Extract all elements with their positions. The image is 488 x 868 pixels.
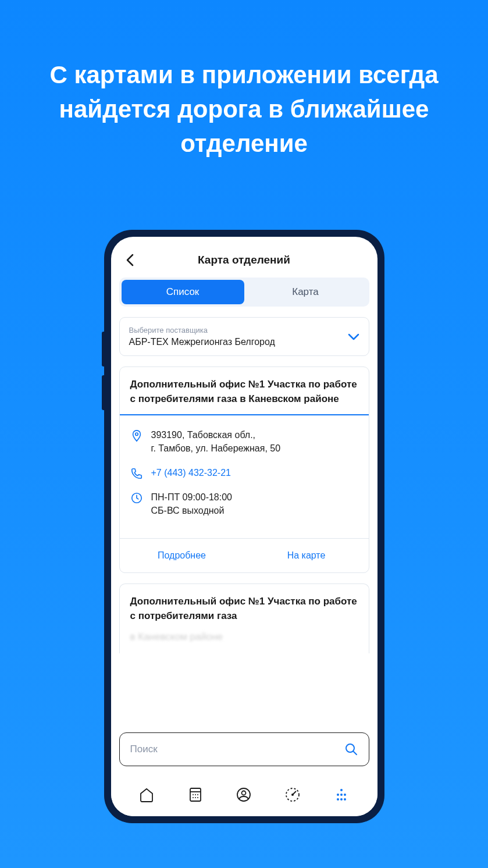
svg-point-19	[344, 794, 346, 796]
nav-meter[interactable]	[283, 785, 302, 804]
location-icon	[130, 429, 143, 442]
svg-point-8	[193, 797, 194, 798]
bottom-nav	[111, 773, 377, 816]
svg-point-17	[337, 794, 339, 796]
svg-point-18	[340, 794, 343, 796]
hours-line1: ПН-ПТ 09:00-18:00	[151, 492, 233, 502]
svg-point-12	[242, 791, 246, 795]
promo-headline: С картами в приложении всегда найдется д…	[0, 0, 488, 161]
search-bar[interactable]: Поиск	[119, 732, 369, 766]
branch-faded-text: в Каневском районе	[120, 631, 369, 653]
svg-point-16	[340, 789, 343, 791]
gauge-icon	[284, 787, 301, 803]
svg-point-7	[197, 794, 198, 795]
segmented-control: Список Карта	[119, 278, 369, 307]
home-icon	[138, 787, 155, 803]
svg-point-6	[195, 794, 196, 795]
phone-number: +7 (443) 432-32-21	[151, 466, 231, 479]
tab-list[interactable]: Список	[122, 280, 244, 304]
phone-icon	[130, 467, 143, 480]
branch-card: Дополнительный офис №1 Участка по работе…	[119, 367, 369, 573]
svg-point-22	[344, 798, 346, 801]
chevron-down-icon	[348, 333, 359, 340]
hours-line2: СБ-ВС выходной	[151, 506, 225, 515]
svg-point-0	[135, 433, 138, 436]
provider-dropdown[interactable]: Выберите поставщика АБР-ТЕХ Межрегионгаз…	[119, 317, 369, 356]
nav-profile[interactable]	[234, 785, 253, 804]
provider-value: АБР-ТЕХ Межрегионгаз Белгород	[129, 337, 348, 347]
address-line1: 393190, Табовская обл.,	[151, 430, 256, 440]
svg-point-21	[340, 798, 343, 801]
clock-icon	[130, 492, 143, 504]
page-title: Карта отделений	[123, 254, 366, 266]
phone-screen: Карта отделений Список Карта Выберите по…	[111, 237, 377, 816]
svg-point-9	[195, 797, 196, 798]
search-icon	[344, 742, 358, 756]
profile-icon	[236, 787, 252, 803]
phone-row[interactable]: +7 (443) 432-32-21	[130, 466, 358, 480]
hours-row: ПН-ПТ 09:00-18:00 СБ-ВС выходной	[130, 490, 358, 517]
app-header: Карта отделений	[111, 237, 377, 278]
search-placeholder: Поиск	[130, 744, 158, 755]
branch-title-2: Дополнительный офис №1 Участка по работе…	[120, 584, 369, 631]
svg-point-5	[193, 794, 194, 795]
provider-label: Выберите поставщика	[129, 326, 348, 335]
more-icon	[333, 787, 350, 803]
calculator-icon	[187, 787, 204, 803]
svg-point-10	[197, 797, 198, 798]
branch-card-2: Дополнительный офис №1 Участка по работе…	[119, 584, 369, 653]
address-row: 393190, Табовская обл., г. Тамбов, ул. Н…	[130, 428, 358, 455]
svg-point-20	[337, 798, 339, 801]
on-map-button[interactable]: На карте	[244, 539, 369, 572]
nav-more[interactable]	[332, 785, 351, 804]
svg-line-15	[293, 791, 296, 795]
address-line2: г. Тамбов, ул. Набережная, 50	[151, 443, 281, 453]
branch-title: Дополнительный офис №1 Участка по работе…	[120, 367, 369, 415]
phone-frame: Карта отделений Список Карта Выберите по…	[104, 230, 384, 823]
nav-calculator[interactable]	[186, 785, 205, 804]
nav-home[interactable]	[137, 785, 156, 804]
details-button[interactable]: Подробнее	[120, 539, 244, 572]
tab-map[interactable]: Карта	[244, 280, 367, 304]
